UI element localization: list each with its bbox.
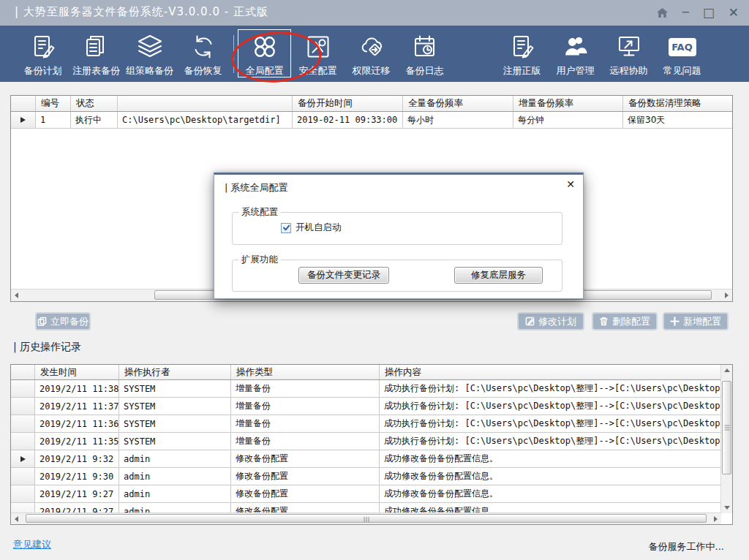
cell-content: 成功修改备份备份配置信息。 [380,485,721,502]
close-button[interactable]: ✕ [729,7,739,19]
toolbar-registry-backup[interactable]: 注册表备份 [69,29,123,77]
minimize-button[interactable]: ─ [682,7,689,18]
config-header-rowselector [11,96,36,111]
scrollbar-thumb[interactable] [26,514,707,523]
toolbar-user-management[interactable]: 用户管理 [549,29,602,77]
button-label: 新增配置 [683,315,721,328]
cell-status: 执行中 [71,112,118,128]
cell-operator: admin [119,468,231,485]
history-header-type[interactable]: 操作类型 [231,365,380,379]
table-row-selected[interactable]: 2019/2/11 9:32 admin 修改备份配置 成功修改备份备份配置信息… [11,450,721,468]
toolbar-backup-restore[interactable]: 备份恢复 [176,29,230,77]
table-row[interactable]: 2019/2/11 11:38 SYSTEM 增量备份 成功执行备份计划: [C… [11,380,721,398]
restore-arrows-icon [190,31,217,62]
history-header-time[interactable]: 发生时间 [35,365,119,379]
dialog-close-icon[interactable]: ✕ [566,178,575,190]
history-hscrollbar[interactable] [11,512,721,524]
cell-time: 2019/2/11 11:37 [35,398,119,415]
toolbar-backup-log[interactable]: 备份日志 [398,29,451,77]
row-selector [11,433,35,450]
config-header-inc-freq[interactable]: 增量备份频率 [513,96,623,111]
config-header-start-time[interactable]: 备份开始时间 [293,96,403,111]
cell-number: 1 [36,112,71,128]
config-header-path[interactable] [118,96,293,111]
table-row[interactable]: 2019/2/11 11:37 SYSTEM 增量备份 成功执行备份计划: [C… [11,398,721,415]
feedback-link[interactable]: 意见建议 [13,538,51,551]
history-header-content[interactable]: 操作内容 [380,365,721,379]
table-row[interactable]: 2019/2/11 11:35 SYSTEM 增量备份 成功执行备份计划: [C… [11,433,721,450]
config-header-status[interactable]: 状态 [71,96,118,111]
dialog-title: | 系统全局配置 [225,181,288,194]
cell-operator: SYSTEM [119,415,231,432]
copy-icon [37,317,47,326]
modify-plan-button[interactable]: 修改计划 [517,312,584,330]
cell-time: 2019/2/11 11:35 [35,433,119,450]
add-config-button[interactable]: 新增配置 [663,312,729,330]
row-selector [11,415,35,432]
toolbar-group-policy-backup[interactable]: 组策略备份 [123,29,176,77]
table-row[interactable]: 2019/2/11 9:27 admin 修改备份配置 成功修改备份备份配置信息… [11,485,721,503]
global-config-icon [252,31,278,62]
scroll-right-button[interactable] [721,290,732,300]
config-header-cleanup[interactable]: 备份数据清理策略 [623,96,732,111]
row-selector [11,468,35,485]
users-icon [562,31,589,62]
toolbar-remote-assist[interactable]: 远程协助 [602,29,655,77]
backup-now-button[interactable]: 立即备份 [35,312,91,330]
cell-time: 2019/2/11 11:36 [35,415,119,432]
toolbar-permission-migration[interactable]: 权限迁移 [345,29,398,77]
home-icon[interactable] [656,7,669,18]
cell-content: 成功执行备份计划: [C:\Users\pc\Desktop\整理]-->[C:… [380,398,721,415]
row-selector [11,112,36,128]
toolbar-label: 权限迁移 [353,64,391,77]
table-row[interactable]: 2019/2/11 11:36 SYSTEM 增量备份 成功执行备份计划: [C… [11,415,721,433]
toolbar-label: 远程协助 [610,64,648,77]
cell-start-time: 2019-02-11 09:33:00 [293,112,403,128]
toolbar-security-config[interactable]: 安全配置 [291,29,345,77]
cell-time: 2019/2/11 11:38 [35,380,119,397]
cell-type: 增量备份 [231,380,380,397]
cell-inc-freq: 每分钟 [513,112,623,128]
faq-icon: FAQ [669,31,696,62]
scrollbar-thumb[interactable] [722,381,731,474]
selected-row-arrow [20,456,26,462]
history-vscrollbar[interactable] [720,365,732,513]
layers-icon [137,31,163,62]
scroll-up-button[interactable] [721,365,732,376]
registry-backup-icon [83,31,110,62]
table-row[interactable]: 2019/2/11 9:30 admin 修改备份配置 成功修改备份备份配置信息… [11,468,721,485]
config-header-full-freq[interactable]: 全量备份频率 [403,96,513,111]
toolbar-register[interactable]: 注册正版 [495,29,549,77]
cell-content: 成功修改备份备份配置信息。 [380,468,721,485]
toolbar-faq[interactable]: FAQ 常见问题 [655,29,709,77]
scroll-left-button[interactable] [11,290,22,300]
system-config-groupbox: 系统配置 开机自启动 [232,212,562,245]
window-controls: ─ □ ✕ [656,0,739,26]
delete-config-button[interactable]: 删除配置 [592,312,658,330]
cell-full-freq: 每小时 [403,112,513,128]
toolbar-global-config[interactable]: 全局配置 [238,29,291,77]
scroll-right-button[interactable] [710,513,721,524]
config-table-header: 编号 状态 备份开始时间 全量备份频率 增量备份频率 备份数据清理策略 [11,96,732,112]
cell-time: 2019/2/11 9:27 [35,485,119,502]
config-header-number[interactable]: 编号 [36,96,71,111]
maximize-button[interactable]: □ [703,7,715,19]
cell-type: 修改备份配置 [231,485,380,502]
button-label: 删除配置 [612,315,650,328]
cell-operator: admin [119,450,231,467]
repair-underlying-service-button[interactable]: 修复底层服务 [454,267,543,284]
checkbox-checked-icon[interactable] [281,223,291,233]
backup-file-change-log-button[interactable]: 备份文件变更记录 [298,267,389,284]
button-label: 立即备份 [50,315,89,328]
table-row[interactable]: 1 执行中 C:\Users\pc\Desktop\targetdir] 201… [11,112,732,129]
app-window: | 大势至服务器文件备份系统-V3.0.0.0 - 正式版 ─ □ ✕ 备份计划… [0,0,749,560]
scroll-down-button[interactable] [721,502,732,513]
toolbar-label: 注册表备份 [72,64,120,77]
history-header-operator[interactable]: 操作执行者 [119,365,231,379]
toolbar-label: 注册正版 [503,64,541,77]
autostart-checkbox-row[interactable]: 开机自启动 [281,222,342,234]
history-header-rowselector [11,365,35,379]
toolbar-backup-plan[interactable]: 备份计划 [16,29,69,77]
toolbar-label: 全局配置 [246,64,284,77]
scroll-left-button[interactable] [11,513,22,524]
